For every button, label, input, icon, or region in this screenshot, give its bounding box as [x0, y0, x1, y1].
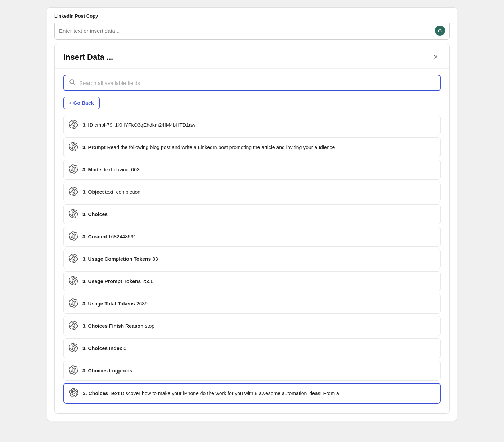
list-item[interactable]: 3. Prompt Read the following blog post a… — [63, 137, 441, 157]
openai-icon — [69, 343, 78, 354]
openai-icon — [69, 298, 78, 309]
openai-icon — [69, 365, 78, 376]
svg-line-1 — [73, 83, 75, 85]
go-back-section: ‹ Go Back — [55, 97, 449, 115]
item-text: 3. ID cmpl-79lI1XHYFkO3qEhdkm24fM4bHTD1a… — [82, 122, 195, 128]
list-item[interactable]: 3. Created 1682448591 — [63, 227, 441, 247]
top-section: LinkedIn Post Copy G — [47, 8, 457, 44]
text-input-row: G — [54, 22, 450, 40]
search-box — [63, 75, 441, 91]
list-item[interactable]: 3. Choices Text Discover how to make you… — [63, 383, 441, 404]
openai-icon — [69, 254, 78, 264]
openai-icon — [69, 142, 78, 153]
item-text: 3. Created 1682448591 — [82, 234, 136, 240]
list-item[interactable]: 3. ID cmpl-79lI1XHYFkO3qEhdkm24fM4bHTD1a… — [63, 115, 441, 135]
chevron-left-icon: ‹ — [69, 100, 71, 106]
list-item[interactable]: 3. Choices Finish Reason stop — [63, 316, 441, 336]
modal-header: Insert Data ... × — [55, 44, 449, 69]
list-item[interactable]: 3. Usage Total Tokens 2639 — [63, 294, 441, 314]
item-text: 3. Prompt Read the following blog post a… — [82, 144, 335, 150]
list-item[interactable]: 3. Usage Completion Tokens 83 — [63, 249, 441, 269]
item-text: 3. Usage Prompt Tokens 2556 — [82, 278, 153, 284]
close-button[interactable]: × — [431, 52, 441, 63]
item-text: 3. Choices Logprobs — [82, 368, 132, 374]
openai-icon — [69, 164, 78, 175]
search-section — [55, 69, 449, 97]
openai-icon — [69, 388, 78, 399]
list-item[interactable]: 3. Choices Logprobs — [63, 361, 441, 381]
go-back-label: Go Back — [73, 100, 94, 106]
list-item[interactable]: 3. Usage Prompt Tokens 2556 — [63, 271, 441, 291]
list-item[interactable]: 3. Model text-davinci-003 — [63, 160, 441, 180]
item-text: 3. Choices — [82, 211, 108, 217]
openai-icon — [69, 276, 78, 287]
insert-data-modal: Insert Data ... × ‹ Go Back — [54, 44, 450, 414]
item-text: 3. Object text_completion — [82, 189, 140, 195]
items-list: 3. ID cmpl-79lI1XHYFkO3qEhdkm24fM4bHTD1a… — [55, 115, 449, 413]
list-item[interactable]: 3. Object text_completion — [63, 182, 441, 202]
item-text: 3. Choices Text Discover how to make you… — [83, 390, 339, 396]
list-item[interactable]: 3. Choices Index 0 — [63, 338, 441, 358]
openai-icon — [69, 321, 78, 331]
modal-title: Insert Data ... — [63, 53, 113, 62]
close-icon: × — [433, 53, 438, 61]
search-icon — [69, 79, 76, 87]
item-text: 3. Usage Total Tokens 2639 — [82, 301, 148, 307]
grammarly-letter: G — [438, 28, 442, 34]
go-back-button[interactable]: ‹ Go Back — [63, 97, 100, 109]
field-label: LinkedIn Post Copy — [54, 13, 450, 19]
openai-icon — [69, 120, 78, 130]
openai-icon — [69, 187, 78, 197]
item-text: 3. Model text-davinci-003 — [82, 167, 140, 173]
item-text: 3. Usage Completion Tokens 83 — [82, 256, 158, 262]
item-text: 3. Choices Index 0 — [82, 345, 126, 351]
search-input[interactable] — [79, 80, 435, 86]
openai-icon — [69, 209, 78, 220]
grammarly-icon[interactable]: G — [435, 26, 445, 36]
item-text: 3. Choices Finish Reason stop — [82, 323, 154, 329]
list-item[interactable]: 3. Choices — [63, 204, 441, 224]
main-container: LinkedIn Post Copy G Insert Data ... × — [47, 7, 457, 421]
linkedin-post-input[interactable] — [59, 28, 435, 34]
openai-icon — [69, 231, 78, 242]
